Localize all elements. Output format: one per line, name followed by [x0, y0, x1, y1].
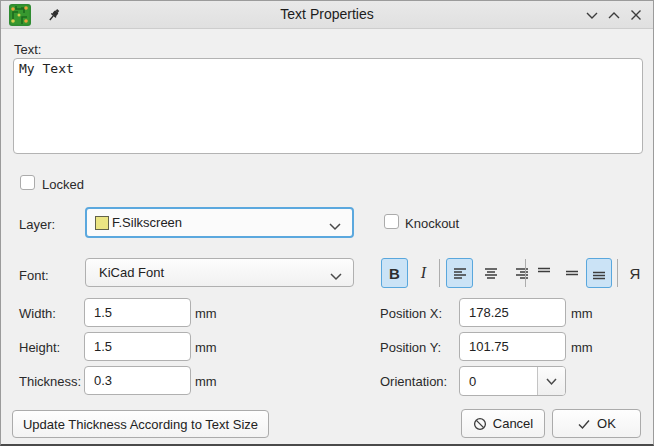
chevron-down-icon [545, 377, 558, 386]
locked-label: Locked [42, 177, 84, 192]
position-x-input[interactable] [459, 298, 566, 327]
ok-button[interactable]: OK [552, 409, 641, 438]
layer-select[interactable]: F.Silkscreen [85, 207, 354, 238]
text-properties-dialog: Text Properties Text: My Text Locked Lay… [0, 0, 654, 446]
text-label: Text: [14, 42, 41, 57]
update-thickness-button[interactable]: Update Thickness According to Text Size [12, 410, 269, 438]
height-label: Height: [19, 340, 60, 355]
valign-middle-icon [564, 265, 580, 281]
bold-button[interactable]: B [381, 258, 408, 288]
text-input[interactable]: My Text [13, 58, 643, 154]
align-left-button[interactable] [446, 258, 473, 288]
cancel-label: Cancel [493, 416, 533, 431]
chevron-down-icon [329, 269, 343, 284]
toolbar-separator [439, 259, 440, 287]
position-y-unit: mm [571, 340, 593, 355]
window-close-button[interactable] [627, 7, 645, 23]
italic-icon: I [421, 264, 426, 282]
valign-bottom-icon [591, 265, 607, 281]
window-rollup-button[interactable] [605, 7, 623, 23]
align-center-button[interactable] [477, 258, 504, 288]
ok-label: OK [597, 416, 616, 431]
thickness-unit: mm [195, 374, 217, 389]
cancel-icon [473, 417, 487, 431]
width-unit: mm [195, 306, 217, 321]
italic-button[interactable]: I [410, 258, 437, 288]
align-center-icon [483, 265, 499, 281]
font-label: Font: [19, 268, 49, 283]
orientation-combo[interactable]: 0 [459, 366, 566, 396]
width-input[interactable] [84, 298, 191, 327]
orientation-label: Orientation: [380, 374, 447, 389]
knockout-checkbox[interactable] [384, 214, 399, 229]
position-x-label: Position X: [380, 306, 442, 321]
orientation-value: 0 [460, 374, 537, 389]
position-y-input[interactable] [459, 332, 566, 361]
width-label: Width: [19, 306, 56, 321]
locked-checkbox[interactable] [20, 175, 35, 190]
layer-color-swatch [95, 216, 109, 230]
update-thickness-label: Update Thickness According to Text Size [23, 417, 258, 432]
knockout-label: Knockout [405, 216, 459, 231]
titlebar: Text Properties [1, 1, 653, 29]
align-right-icon [514, 265, 530, 281]
window-title: Text Properties [1, 6, 653, 22]
thickness-label: Thickness: [19, 374, 81, 389]
orientation-dropdown-button[interactable] [537, 367, 565, 395]
valign-top-button[interactable] [531, 258, 556, 288]
thickness-input[interactable] [84, 366, 191, 395]
position-x-unit: mm [571, 306, 593, 321]
align-left-icon [452, 265, 468, 281]
toolbar-separator [525, 259, 526, 287]
valign-top-icon [536, 265, 552, 281]
bold-icon: B [389, 265, 400, 282]
font-select-value: KiCad Font [86, 265, 164, 280]
toolbar-separator [617, 259, 618, 287]
position-y-label: Position Y: [380, 340, 441, 355]
window-shade-button[interactable] [583, 7, 601, 23]
chevron-down-icon [328, 219, 342, 234]
valign-middle-button[interactable] [559, 258, 584, 288]
font-select[interactable]: KiCad Font [85, 258, 354, 287]
layer-select-value: F.Silkscreen [112, 215, 182, 230]
height-unit: mm [195, 340, 217, 355]
mirror-text-button[interactable]: Я [622, 258, 648, 288]
height-input[interactable] [84, 332, 191, 361]
layer-label: Layer: [19, 217, 55, 232]
ok-check-icon [577, 418, 591, 430]
mirror-text-icon: Я [630, 265, 641, 282]
cancel-button[interactable]: Cancel [461, 409, 545, 438]
valign-bottom-button[interactable] [586, 258, 612, 288]
